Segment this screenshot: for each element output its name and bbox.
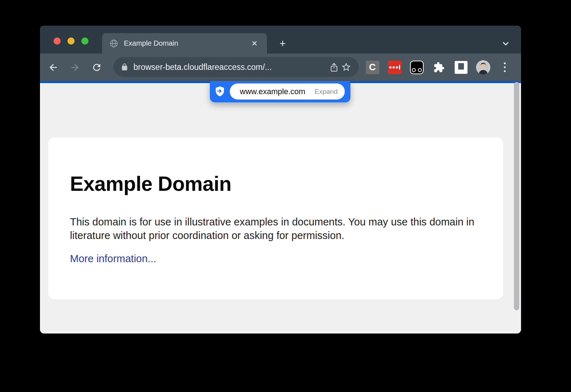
cloudflare-access-pill[interactable]: www.example.com Expand: [210, 81, 350, 102]
scrollbar-thumb[interactable]: [514, 82, 519, 310]
pill-expand-button[interactable]: Expand: [315, 88, 338, 96]
new-tab-button[interactable]: +: [277, 37, 289, 50]
tab-title: Example Domain: [124, 39, 178, 47]
reload-icon[interactable]: [91, 61, 103, 73]
toolbar: browser-beta.cloudflareaccess.com/... C: [40, 54, 521, 81]
page-viewport: www.example.com Expand Example Domain Th…: [40, 83, 521, 334]
side-panel-icon[interactable]: [454, 60, 468, 74]
page-paragraph: This domain is for use in illustrative e…: [70, 215, 482, 242]
bookmark-star-icon[interactable]: [340, 61, 352, 73]
window-controls: [54, 37, 89, 45]
close-window-button[interactable]: [54, 37, 61, 45]
share-icon[interactable]: [328, 61, 340, 73]
content-card: Example Domain This domain is for use in…: [48, 137, 503, 300]
page-title: Example Domain: [70, 172, 231, 195]
close-tab-icon[interactable]: ✕: [249, 38, 260, 49]
url-bar[interactable]: browser-beta.cloudflareaccess.com/...: [113, 57, 359, 77]
minimize-window-button[interactable]: [67, 37, 75, 45]
kebab-menu-icon[interactable]: [499, 62, 511, 72]
more-information-link[interactable]: More information...: [70, 253, 156, 265]
nav-controls: [47, 54, 103, 81]
pill-domain-text: www.example.com: [240, 87, 305, 96]
zoom-window-button[interactable]: [81, 37, 89, 45]
c-extension-icon[interactable]: C: [365, 60, 379, 74]
profile-avatar[interactable]: [476, 60, 490, 75]
extensions-puzzle-icon[interactable]: [432, 60, 446, 74]
lastpass-extension-icon[interactable]: [388, 60, 401, 74]
tab-example-domain[interactable]: Example Domain ✕: [102, 33, 267, 54]
pill-domain-field[interactable]: www.example.com Expand: [230, 83, 345, 100]
extensions-row: C: [365, 54, 511, 81]
url-text: browser-beta.cloudflareaccess.com/...: [133, 62, 328, 72]
lock-icon: [121, 63, 128, 71]
browser-window: Example Domain ✕ +: [40, 26, 521, 334]
back-icon[interactable]: [47, 61, 59, 73]
shield-arrow-icon: [215, 86, 225, 97]
two-circles-extension-icon[interactable]: [410, 60, 424, 74]
tab-strip: Example Domain ✕ +: [40, 26, 521, 54]
forward-icon[interactable]: [69, 61, 81, 73]
chevron-down-icon[interactable]: [500, 37, 512, 50]
globe-icon: [109, 39, 118, 48]
